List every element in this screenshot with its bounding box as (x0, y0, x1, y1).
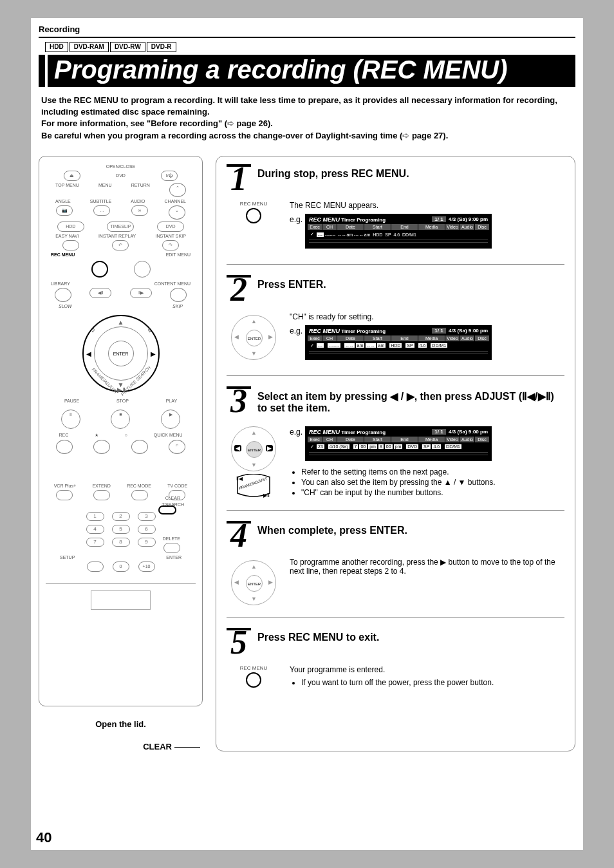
quick-menu-button: ⌕ (169, 440, 185, 454)
remote-column: OPEN/CLOSE ⏏ DVD I/⏻ TOP MENU MENU RETUR… (39, 156, 203, 751)
step-1-title: During stop, press REC MENU. (257, 165, 564, 180)
step-4-icon: ENTER ▲▼ ◀▶ (227, 558, 281, 608)
label-easy-navi: EASY NAVI (55, 234, 79, 238)
rule (39, 37, 575, 38)
step-2: 2 Press ENTER. ENTER ▲▼ ◀▶ "CH" is ready… (227, 276, 564, 376)
label-audio: AUDIO (131, 199, 145, 203)
stop-button: ■ (111, 410, 130, 429)
extend-button (93, 490, 110, 500)
step-number-2: 2 (227, 276, 251, 303)
instant-replay-button: ↶ (112, 240, 129, 250)
breadcrumb: Recording (39, 24, 575, 34)
intro-p1: Use the REC MENU to program a recording.… (41, 95, 573, 118)
direction-pad: ENTER ▲ ▼ ◀ ▶ ⤾ ⤿ FRAME/ADJUST PICTURE S… (82, 315, 160, 392)
step-2-title: Press ENTER. (257, 276, 564, 290)
label-subtitle: SUBTITLE (90, 199, 111, 203)
step-2-icon: ENTER ▲▼ ◀▶ (227, 312, 281, 366)
timeslip-button: TIMESLIP (107, 222, 134, 232)
label-setup: SETUP (60, 555, 75, 560)
marker-button (131, 440, 148, 454)
screen-example-2: REC MENU Timer Programing 1/ 1 4/3 (Sa) … (305, 325, 492, 360)
intro-p3: Be careful when you program a recording … (41, 130, 573, 142)
step-1-content: The REC MENU appears. e.g. REC MENU Time… (290, 201, 564, 255)
label-open-close: OPEN/CLOSE (46, 164, 196, 169)
step-5-icon: REC MENU (227, 665, 281, 689)
label-top-menu: TOP MENU (55, 183, 79, 197)
num-1: 1 (86, 512, 104, 521)
lid (46, 583, 196, 616)
num-3: 3 (138, 512, 156, 521)
edit-menu-button (134, 261, 151, 278)
label-pause: PAUSE (64, 399, 79, 403)
label-skip: SKIP (172, 304, 183, 308)
step-5-content: Your programme is entered. If you want t… (290, 665, 564, 689)
step-number-3: 3 (227, 388, 251, 415)
step-3-icon: ENTER ▲▼ ◀▶ FRAME/ADJUST Ⅱ◀ ▶Ⅱ (227, 424, 281, 501)
play-button: ▶ (161, 410, 180, 429)
fav-button (93, 440, 110, 454)
circle-icon: ○ (125, 433, 127, 438)
open-lid-caption: Open the lid. (39, 719, 203, 729)
num-8: 8 (112, 538, 130, 547)
setup-button (87, 561, 104, 572)
svg-text:FRAME/ADJUST: FRAME/ADJUST (238, 476, 268, 490)
step-number-1: 1 (227, 165, 251, 193)
label-instant-skip: INSTANT SKIP (156, 234, 186, 238)
pause-button: Ⅱ (61, 410, 80, 429)
svg-text:▶Ⅱ: ▶Ⅱ (263, 493, 270, 498)
rec-button (56, 440, 73, 454)
step-3-title: Select an item by pressing ◀ / ▶, then p… (257, 388, 564, 414)
label-vcr-plus: VCR Plus+ (54, 484, 76, 488)
num-5: 5 (112, 525, 130, 534)
delete-button (163, 543, 180, 553)
num-0: 0 (113, 561, 129, 572)
slow-fwd-button: Ⅱ▶ (130, 288, 152, 298)
label-slow: SLOW (59, 304, 72, 308)
page-title: Programing a recording (REC MENU) (48, 55, 575, 87)
num-7: 7 (86, 538, 104, 547)
label-angle: ANGLE (55, 199, 71, 203)
arrow-icon: ➪ (402, 130, 409, 142)
num-2: 2 (112, 512, 130, 521)
main-columns: OPEN/CLOSE ⏏ DVD I/⏻ TOP MENU MENU RETUR… (31, 156, 583, 751)
dvd-button: DVD (157, 222, 184, 232)
vcrplus-button (56, 490, 73, 500)
label-menu: MENU (98, 183, 112, 197)
step-5: 5 Press REC MENU to exit. REC MENU Your … (227, 629, 564, 689)
recmode-button (131, 490, 148, 500)
plus10-button: +10 (138, 561, 155, 572)
label-extend: EXTEND (92, 484, 110, 488)
intro-text: Use the REC MENU to program a recording.… (39, 95, 575, 142)
frame-adjust-icon: FRAME/ADJUST Ⅱ◀ ▶Ⅱ (231, 474, 276, 500)
star-icon: ★ (95, 433, 98, 438)
label-play: PLAY (166, 399, 177, 403)
label-edit-menu: EDIT MENU (166, 252, 191, 257)
enter-button: ENTER (108, 341, 134, 366)
media-badges: HDD DVD-RAM DVD-RW DVD-R (45, 42, 575, 52)
step-4: 4 When complete, press ENTER. ENTER ▲▼ ◀… (227, 522, 564, 618)
badge-dvd-ram: DVD-RAM (70, 42, 109, 52)
step-1-icon: REC MENU (227, 201, 281, 255)
label-library: LIBRARY (51, 281, 70, 286)
step-5-bullets: If you want to turn off the power, press… (290, 678, 564, 687)
label-instant-replay: INSTANT REPLAY (98, 234, 136, 238)
label-return: RETURN (131, 183, 150, 197)
page-number: 40 (36, 829, 51, 846)
up-button: ⌃ (169, 183, 186, 197)
step-3-content: e.g. REC MENU Timer Programing 1/ 1 4/3 … (290, 424, 564, 501)
step-2-content: "CH" is ready for setting. e.g. REC MENU… (290, 312, 564, 366)
label-dvd: DVD (116, 173, 126, 178)
arrow-icon: ➪ (227, 118, 234, 129)
library-button (55, 288, 71, 302)
label-content-menu: CONTENT MENU (154, 281, 191, 286)
num-4: 4 (86, 525, 104, 534)
num-9: 9 (138, 538, 156, 547)
easy-navi-button (62, 240, 79, 250)
step-3: 3 Select an item by pressing ◀ / ▶, then… (227, 388, 564, 511)
content-menu-button (170, 288, 187, 302)
badge-dvd-rw: DVD-RW (110, 42, 145, 52)
step-1: 1 During stop, press REC MENU. REC MENU … (227, 165, 564, 265)
audio-button: ∞ (131, 205, 148, 216)
step-4-content: To programme another recording, press th… (290, 558, 564, 608)
step-number-5: 5 (227, 629, 251, 656)
